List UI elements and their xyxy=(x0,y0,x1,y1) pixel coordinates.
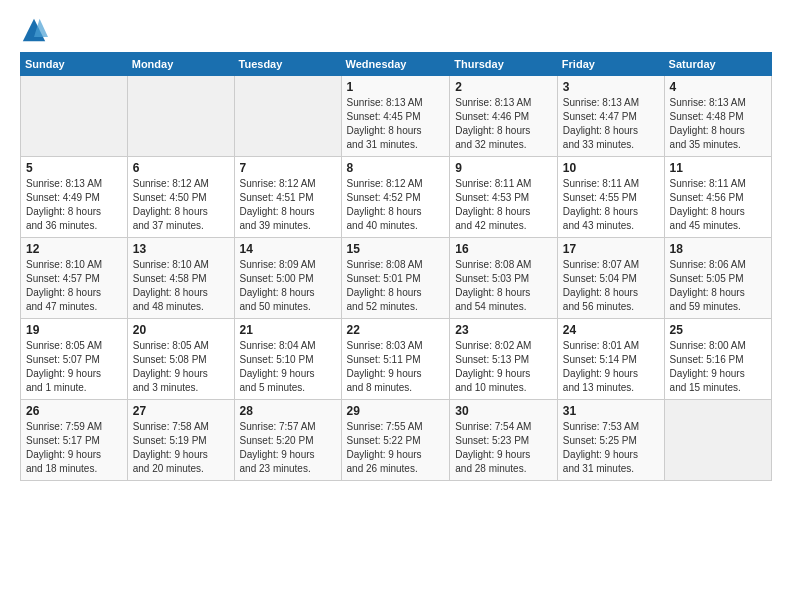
day-cell: 22Sunrise: 8:03 AM Sunset: 5:11 PM Dayli… xyxy=(341,319,450,400)
day-cell: 31Sunrise: 7:53 AM Sunset: 5:25 PM Dayli… xyxy=(557,400,664,481)
day-info: Sunrise: 8:11 AM Sunset: 4:55 PM Dayligh… xyxy=(563,177,659,233)
week-row-4: 19Sunrise: 8:05 AM Sunset: 5:07 PM Dayli… xyxy=(21,319,772,400)
day-header-tuesday: Tuesday xyxy=(234,53,341,76)
day-number: 15 xyxy=(347,242,445,256)
day-number: 5 xyxy=(26,161,122,175)
day-cell: 12Sunrise: 8:10 AM Sunset: 4:57 PM Dayli… xyxy=(21,238,128,319)
day-info: Sunrise: 8:13 AM Sunset: 4:47 PM Dayligh… xyxy=(563,96,659,152)
day-info: Sunrise: 8:13 AM Sunset: 4:46 PM Dayligh… xyxy=(455,96,552,152)
day-number: 9 xyxy=(455,161,552,175)
day-cell: 27Sunrise: 7:58 AM Sunset: 5:19 PM Dayli… xyxy=(127,400,234,481)
day-info: Sunrise: 8:03 AM Sunset: 5:11 PM Dayligh… xyxy=(347,339,445,395)
day-number: 8 xyxy=(347,161,445,175)
day-number: 21 xyxy=(240,323,336,337)
day-cell: 28Sunrise: 7:57 AM Sunset: 5:20 PM Dayli… xyxy=(234,400,341,481)
day-info: Sunrise: 8:11 AM Sunset: 4:56 PM Dayligh… xyxy=(670,177,766,233)
day-cell: 17Sunrise: 8:07 AM Sunset: 5:04 PM Dayli… xyxy=(557,238,664,319)
day-info: Sunrise: 7:58 AM Sunset: 5:19 PM Dayligh… xyxy=(133,420,229,476)
day-info: Sunrise: 8:13 AM Sunset: 4:45 PM Dayligh… xyxy=(347,96,445,152)
day-info: Sunrise: 8:10 AM Sunset: 4:57 PM Dayligh… xyxy=(26,258,122,314)
day-info: Sunrise: 7:54 AM Sunset: 5:23 PM Dayligh… xyxy=(455,420,552,476)
day-number: 16 xyxy=(455,242,552,256)
day-number: 11 xyxy=(670,161,766,175)
days-header-row: SundayMondayTuesdayWednesdayThursdayFrid… xyxy=(21,53,772,76)
day-cell: 25Sunrise: 8:00 AM Sunset: 5:16 PM Dayli… xyxy=(664,319,771,400)
day-info: Sunrise: 8:09 AM Sunset: 5:00 PM Dayligh… xyxy=(240,258,336,314)
day-info: Sunrise: 8:10 AM Sunset: 4:58 PM Dayligh… xyxy=(133,258,229,314)
week-row-3: 12Sunrise: 8:10 AM Sunset: 4:57 PM Dayli… xyxy=(21,238,772,319)
day-header-sunday: Sunday xyxy=(21,53,128,76)
day-number: 18 xyxy=(670,242,766,256)
day-cell: 14Sunrise: 8:09 AM Sunset: 5:00 PM Dayli… xyxy=(234,238,341,319)
header xyxy=(20,16,772,44)
day-number: 27 xyxy=(133,404,229,418)
day-cell: 16Sunrise: 8:08 AM Sunset: 5:03 PM Dayli… xyxy=(450,238,558,319)
day-cell: 1Sunrise: 8:13 AM Sunset: 4:45 PM Daylig… xyxy=(341,76,450,157)
day-number: 6 xyxy=(133,161,229,175)
day-number: 30 xyxy=(455,404,552,418)
day-cell: 23Sunrise: 8:02 AM Sunset: 5:13 PM Dayli… xyxy=(450,319,558,400)
day-number: 24 xyxy=(563,323,659,337)
week-row-5: 26Sunrise: 7:59 AM Sunset: 5:17 PM Dayli… xyxy=(21,400,772,481)
day-info: Sunrise: 8:08 AM Sunset: 5:03 PM Dayligh… xyxy=(455,258,552,314)
day-info: Sunrise: 8:12 AM Sunset: 4:52 PM Dayligh… xyxy=(347,177,445,233)
day-cell xyxy=(127,76,234,157)
day-info: Sunrise: 7:57 AM Sunset: 5:20 PM Dayligh… xyxy=(240,420,336,476)
day-number: 25 xyxy=(670,323,766,337)
day-cell: 4Sunrise: 8:13 AM Sunset: 4:48 PM Daylig… xyxy=(664,76,771,157)
day-number: 3 xyxy=(563,80,659,94)
day-number: 4 xyxy=(670,80,766,94)
day-info: Sunrise: 8:11 AM Sunset: 4:53 PM Dayligh… xyxy=(455,177,552,233)
day-cell: 9Sunrise: 8:11 AM Sunset: 4:53 PM Daylig… xyxy=(450,157,558,238)
day-number: 28 xyxy=(240,404,336,418)
day-number: 2 xyxy=(455,80,552,94)
day-cell xyxy=(664,400,771,481)
day-info: Sunrise: 8:01 AM Sunset: 5:14 PM Dayligh… xyxy=(563,339,659,395)
day-cell: 10Sunrise: 8:11 AM Sunset: 4:55 PM Dayli… xyxy=(557,157,664,238)
day-number: 22 xyxy=(347,323,445,337)
day-info: Sunrise: 8:07 AM Sunset: 5:04 PM Dayligh… xyxy=(563,258,659,314)
day-cell: 19Sunrise: 8:05 AM Sunset: 5:07 PM Dayli… xyxy=(21,319,128,400)
day-number: 12 xyxy=(26,242,122,256)
day-info: Sunrise: 8:12 AM Sunset: 4:50 PM Dayligh… xyxy=(133,177,229,233)
day-cell: 7Sunrise: 8:12 AM Sunset: 4:51 PM Daylig… xyxy=(234,157,341,238)
day-header-monday: Monday xyxy=(127,53,234,76)
day-cell: 26Sunrise: 7:59 AM Sunset: 5:17 PM Dayli… xyxy=(21,400,128,481)
day-info: Sunrise: 8:02 AM Sunset: 5:13 PM Dayligh… xyxy=(455,339,552,395)
day-header-wednesday: Wednesday xyxy=(341,53,450,76)
day-info: Sunrise: 8:04 AM Sunset: 5:10 PM Dayligh… xyxy=(240,339,336,395)
day-cell: 11Sunrise: 8:11 AM Sunset: 4:56 PM Dayli… xyxy=(664,157,771,238)
day-cell: 21Sunrise: 8:04 AM Sunset: 5:10 PM Dayli… xyxy=(234,319,341,400)
day-number: 20 xyxy=(133,323,229,337)
day-info: Sunrise: 8:06 AM Sunset: 5:05 PM Dayligh… xyxy=(670,258,766,314)
day-cell: 18Sunrise: 8:06 AM Sunset: 5:05 PM Dayli… xyxy=(664,238,771,319)
day-info: Sunrise: 8:13 AM Sunset: 4:48 PM Dayligh… xyxy=(670,96,766,152)
day-number: 29 xyxy=(347,404,445,418)
day-cell: 2Sunrise: 8:13 AM Sunset: 4:46 PM Daylig… xyxy=(450,76,558,157)
day-number: 10 xyxy=(563,161,659,175)
day-header-saturday: Saturday xyxy=(664,53,771,76)
day-number: 7 xyxy=(240,161,336,175)
day-number: 31 xyxy=(563,404,659,418)
logo-icon xyxy=(20,16,48,44)
day-info: Sunrise: 8:08 AM Sunset: 5:01 PM Dayligh… xyxy=(347,258,445,314)
day-number: 23 xyxy=(455,323,552,337)
day-cell xyxy=(234,76,341,157)
week-row-2: 5Sunrise: 8:13 AM Sunset: 4:49 PM Daylig… xyxy=(21,157,772,238)
day-cell: 5Sunrise: 8:13 AM Sunset: 4:49 PM Daylig… xyxy=(21,157,128,238)
day-cell: 15Sunrise: 8:08 AM Sunset: 5:01 PM Dayli… xyxy=(341,238,450,319)
day-cell xyxy=(21,76,128,157)
day-cell: 3Sunrise: 8:13 AM Sunset: 4:47 PM Daylig… xyxy=(557,76,664,157)
day-number: 13 xyxy=(133,242,229,256)
day-cell: 8Sunrise: 8:12 AM Sunset: 4:52 PM Daylig… xyxy=(341,157,450,238)
day-number: 1 xyxy=(347,80,445,94)
day-header-thursday: Thursday xyxy=(450,53,558,76)
day-cell: 24Sunrise: 8:01 AM Sunset: 5:14 PM Dayli… xyxy=(557,319,664,400)
day-info: Sunrise: 7:53 AM Sunset: 5:25 PM Dayligh… xyxy=(563,420,659,476)
week-row-1: 1Sunrise: 8:13 AM Sunset: 4:45 PM Daylig… xyxy=(21,76,772,157)
day-info: Sunrise: 7:55 AM Sunset: 5:22 PM Dayligh… xyxy=(347,420,445,476)
day-cell: 20Sunrise: 8:05 AM Sunset: 5:08 PM Dayli… xyxy=(127,319,234,400)
day-info: Sunrise: 8:05 AM Sunset: 5:07 PM Dayligh… xyxy=(26,339,122,395)
day-cell: 6Sunrise: 8:12 AM Sunset: 4:50 PM Daylig… xyxy=(127,157,234,238)
day-info: Sunrise: 8:13 AM Sunset: 4:49 PM Dayligh… xyxy=(26,177,122,233)
